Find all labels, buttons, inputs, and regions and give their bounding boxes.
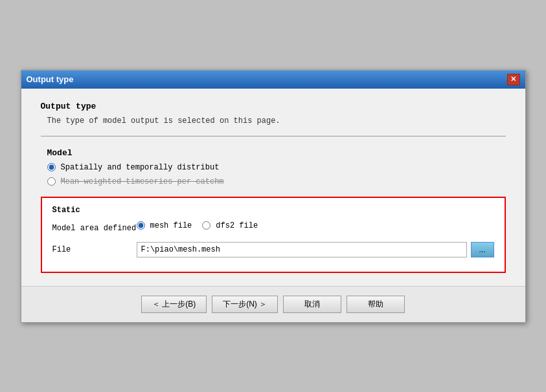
dfs2-radio-row: dfs2 file — [202, 221, 258, 230]
file-input[interactable] — [137, 242, 467, 257]
title-bar: Output type ✕ — [21, 71, 525, 89]
radio-mesh[interactable] — [137, 221, 145, 230]
description-text: The type of model output is selected on … — [41, 116, 506, 125]
model-area-row: Model area defined mesh file dfs2 file — [52, 221, 494, 235]
radio-mean[interactable] — [47, 177, 56, 186]
radio-spatially[interactable] — [47, 163, 56, 171]
cancel-button[interactable]: 取消 — [283, 296, 341, 313]
radio-row-1: Spatially and temporally distribut — [47, 163, 506, 172]
model-label: Model — [47, 148, 506, 158]
section-title: Output type — [41, 102, 506, 111]
file-type-group: mesh file dfs2 file — [137, 221, 258, 235]
dialog-content: Output type The type of model output is … — [21, 89, 525, 286]
close-button[interactable]: ✕ — [507, 74, 520, 85]
output-type-dialog: Output type ✕ Output type The type of mo… — [21, 70, 526, 323]
divider — [41, 136, 506, 136]
radio-row-2: Mean weighted timeseries per catchm — [47, 177, 506, 186]
mesh-label[interactable]: mesh file — [150, 221, 192, 230]
help-button[interactable]: 帮助 — [347, 296, 405, 313]
prev-button[interactable]: ＜ 上一步(B) — [141, 296, 207, 313]
browse-button[interactable]: ... — [471, 242, 494, 257]
next-button[interactable]: 下一步(N) ＞ — [212, 296, 278, 313]
footer-bar: ＜ 上一步(B) 下一步(N) ＞ 取消 帮助 — [21, 286, 525, 322]
model-section: Model Spatially and temporally distribut… — [41, 148, 506, 186]
file-label: File — [52, 245, 137, 254]
static-label: Static — [52, 206, 494, 215]
file-row: File ... — [52, 242, 494, 257]
dialog-title: Output type — [27, 74, 74, 84]
dfs2-label[interactable]: dfs2 file — [216, 221, 258, 230]
mesh-radio-row: mesh file — [137, 221, 192, 230]
model-area-label: Model area defined — [52, 224, 137, 233]
radio-dfs2[interactable] — [202, 221, 210, 230]
radio-mean-label: Mean weighted timeseries per catchm — [61, 177, 224, 186]
radio-mean-text: Mean weighted timeseries per catchm — [61, 177, 224, 186]
radio-spatially-label[interactable]: Spatially and temporally distribut — [61, 163, 220, 172]
static-box: Static Model area defined mesh file dfs2… — [41, 197, 506, 273]
